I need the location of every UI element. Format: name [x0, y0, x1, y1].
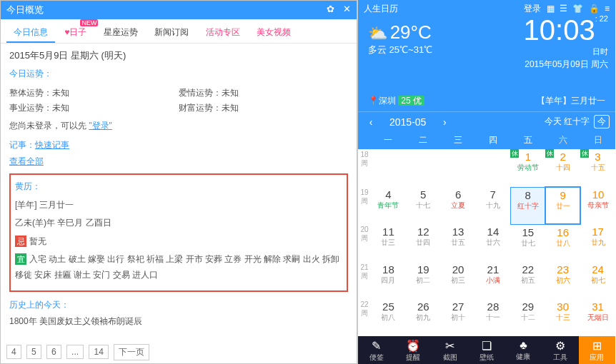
app-title: 人生日历	[364, 3, 398, 15]
week-number: 21周	[358, 262, 371, 299]
page-btn[interactable]: 14	[89, 345, 108, 359]
almanac-title: 黄历：	[15, 179, 342, 195]
day-cell-empty	[441, 149, 476, 187]
weather[interactable]: ⛅ 29°C 多云 25℃~31℃	[368, 21, 432, 56]
day-cell[interactable]: 23初六	[545, 262, 580, 299]
day-cell[interactable]: 30十三	[545, 299, 580, 336]
prev-month[interactable]: ‹	[364, 116, 378, 128]
fortune-row: 财富运势：未知	[179, 102, 348, 114]
toolbar-item[interactable]: ✂截图	[432, 336, 468, 364]
ji-tag: 忌	[15, 236, 26, 247]
left-body: 2015年5月9日 星期六 (明天) 今日运势： 整体运势：未知 事业运势：未知…	[1, 44, 357, 326]
week-number: 22周	[358, 299, 371, 336]
almanac-gz: 乙未(羊)年 辛巳月 乙酉日	[15, 216, 342, 231]
toolbar-item[interactable]: ♣健康	[505, 336, 542, 364]
holiday-badge: 休	[545, 149, 554, 158]
day-cell[interactable]: 20初三	[441, 262, 476, 299]
history-item: 1800年 美国废奴主义领袖布朗诞辰	[9, 315, 348, 326]
day-cell-empty	[371, 149, 406, 187]
day-cell[interactable]: 5十七	[406, 187, 441, 224]
day-cell[interactable]: 12廿四	[406, 224, 441, 262]
page-btn[interactable]: 5	[26, 345, 41, 359]
note-title: 记事：快速记事	[9, 139, 348, 151]
month-label[interactable]: 2015-05	[378, 116, 437, 128]
login-btn[interactable]: 登录	[524, 4, 541, 14]
day-cell[interactable]: 22初五	[510, 262, 545, 299]
day-cell[interactable]: 休1劳动节	[510, 149, 545, 187]
view-all-link[interactable]: 查看全部	[9, 156, 44, 166]
toolbar-icon: ✂	[432, 339, 468, 353]
day-cell[interactable]: 24初七	[580, 262, 615, 299]
day-cell[interactable]: 28十一	[476, 299, 511, 336]
gear-icon[interactable]: ✿	[327, 4, 334, 14]
toolbar-item[interactable]: ⏰提醒	[394, 336, 431, 364]
next-month[interactable]: ›	[437, 116, 452, 128]
page-btn[interactable]: 4	[6, 345, 21, 359]
quick-note-link[interactable]: 快速记事	[35, 140, 69, 150]
day-cell[interactable]: 29十二	[510, 299, 545, 336]
day-cell[interactable]: 18四月	[371, 262, 406, 299]
day-cell[interactable]: 休3十五	[580, 149, 615, 187]
day-cell[interactable]: 8红十字	[510, 187, 545, 224]
day-cell[interactable]: 4青年节	[371, 187, 406, 224]
toolbar-item[interactable]: ✎便签	[358, 336, 394, 364]
day-cell[interactable]: 14廿六	[476, 224, 511, 262]
day-cell[interactable]: 19初二	[406, 262, 441, 299]
day-cell[interactable]: 15廿七	[510, 224, 545, 262]
month-bar: ‹ 2015-05 › 今天 红十字今	[358, 111, 615, 131]
tab-video[interactable]: 美女视频	[249, 24, 298, 41]
page-btn[interactable]: ...	[66, 345, 84, 359]
toolbar-item[interactable]: ⚙工具	[542, 336, 578, 364]
air-badge: 25 优	[398, 96, 424, 106]
page-btn[interactable]: 6	[46, 345, 61, 359]
day-cell[interactable]: 16廿八	[545, 224, 580, 262]
holiday-badge: 休	[580, 149, 589, 158]
calendar: 一二三四五六日 18周休1劳动节休2十四休3十五19周4青年节5十七6立夏7十九…	[358, 131, 615, 336]
day-cell[interactable]: 7十九	[476, 187, 511, 224]
week-number: 20周	[358, 224, 371, 262]
login-link[interactable]: "登录"	[89, 121, 112, 131]
toolbar-icon: ⏰	[394, 339, 431, 353]
fortune-row: 事业运势：未知	[9, 102, 179, 114]
day-cell[interactable]: 9廿一	[545, 187, 580, 224]
menu-icon[interactable]: ≡	[605, 4, 610, 14]
page-next[interactable]: 下一页	[114, 344, 149, 360]
toolbar-item[interactable]: ❏壁纸	[468, 336, 505, 364]
left-header: 今日概览 ✿ ✕	[1, 1, 357, 19]
day-cell[interactable]: 11廿三	[371, 224, 406, 262]
toolbar-item[interactable]: ⊞应用	[579, 336, 615, 364]
tab-activity[interactable]: 活动专区	[199, 24, 247, 41]
day-cell[interactable]: 10母亲节	[580, 187, 615, 224]
shirt-icon[interactable]: 👕	[572, 4, 583, 14]
almanac-ji: 忌暂无	[15, 234, 342, 250]
day-cell[interactable]: 25初八	[371, 299, 406, 336]
login-prompt: 您尚未登录，可以先 "登录"	[9, 120, 348, 132]
today-button[interactable]: 今	[594, 115, 610, 128]
day-cell[interactable]: 26初九	[406, 299, 441, 336]
weather-icon: ⛅	[368, 24, 387, 42]
day-cell[interactable]: 休2十四	[545, 149, 580, 187]
day-cell-empty	[406, 149, 441, 187]
clock-time: 10:03	[524, 14, 595, 46]
day-cell[interactable]: 13廿五	[441, 224, 476, 262]
day-cell[interactable]: 17廿九	[580, 224, 615, 262]
tab-horoscope[interactable]: 星座运势	[96, 24, 145, 41]
day-cell[interactable]: 21小满	[476, 262, 511, 299]
location[interactable]: 📍深圳 25 优	[368, 95, 424, 107]
skin-icon[interactable]: ▦	[547, 4, 555, 14]
lock-icon[interactable]: 🔒	[589, 4, 600, 14]
toolbar-icon: ❏	[468, 339, 505, 353]
close-icon[interactable]: ✕	[343, 4, 351, 14]
day-cell[interactable]: 6立夏	[441, 187, 476, 224]
tab-today-info[interactable]: 今日信息	[6, 24, 55, 43]
toolbar-icon: ✎	[358, 339, 394, 353]
day-cell[interactable]: 31无烟日	[580, 299, 615, 336]
tabs: 今日信息 ♥日子NEW 星座运势 新闻订阅 活动专区 美女视频	[1, 19, 357, 44]
day-cell[interactable]: 27初十	[441, 299, 476, 336]
date-text: 2015年5月9日 星期六 (明天)	[9, 49, 348, 62]
tab-days[interactable]: ♥日子NEW	[57, 24, 94, 41]
msg-icon[interactable]: ☰	[560, 4, 567, 14]
tab-news[interactable]: 新闻订阅	[147, 24, 196, 41]
weekday-header: 一	[371, 131, 406, 149]
temp: 29°C	[390, 21, 432, 43]
